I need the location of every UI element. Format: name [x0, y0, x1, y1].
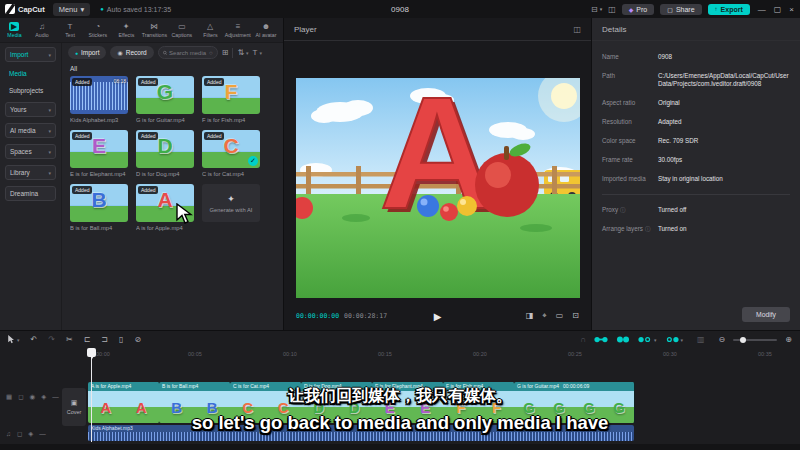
search-scope-icon[interactable]: ○ — [209, 50, 213, 56]
sidebar-item-import[interactable]: Import▾ — [5, 47, 56, 62]
preview-canvas[interactable]: A A — [296, 78, 580, 298]
detail-row-name: Name0908 — [602, 53, 790, 61]
sidebar-item-dreamina[interactable]: Dreamina — [5, 186, 56, 201]
chevron-down-icon: ▾ — [246, 50, 249, 56]
transitions-icon: ⋈ — [150, 22, 158, 31]
duration-label: 08:18 — [113, 78, 126, 84]
menu-button[interactable]: Menu ▾ — [53, 3, 91, 16]
section-label-all[interactable]: All — [70, 65, 283, 72]
maximize-button[interactable]: ▢ — [774, 5, 782, 14]
minimize-button[interactable]: — — [758, 5, 766, 14]
record-icon: ◉ — [117, 49, 122, 56]
video-thumbnail: D Added — [136, 130, 194, 168]
tab-adjustment[interactable]: ≡Adjustment — [224, 22, 252, 38]
pro-button[interactable]: ◆ Pro — [622, 4, 655, 15]
tab-text[interactable]: TText — [56, 22, 84, 38]
added-badge: Added — [138, 132, 158, 140]
media-sidebar: Import▾ Media Subprojects Yours▾ AI medi… — [0, 43, 62, 330]
media-toolbar: ● Import ◉ Record ○ ⊞ ⇅ ▾ — [62, 43, 283, 61]
timeline-scroll-strip[interactable] — [0, 444, 800, 450]
media-tile-audio[interactable]: Added 08:18 Kids Alphabet.mp3 — [70, 76, 128, 123]
app-name: CapCut — [18, 5, 45, 14]
added-badge: Added — [72, 186, 92, 194]
capcut-window: CapCut Menu ▾ ● Auto saved 13:17:35 0908… — [0, 0, 800, 450]
add-to-timeline-icon[interactable]: ✓ — [248, 156, 258, 166]
media-name: G is for Guitar.mp4 — [136, 117, 194, 123]
effects-icon: ✦ — [123, 22, 130, 31]
close-button[interactable]: × — [789, 5, 794, 14]
media-tile-video[interactable]: C Added ✓ C is for Cat.mp4 — [202, 130, 260, 177]
tab-stickers[interactable]: ◔Stickers — [84, 22, 112, 38]
filters-icon: △ — [207, 22, 213, 31]
layout-toggle-icon[interactable]: ⊟ — [591, 5, 598, 14]
search-box[interactable]: ○ — [158, 46, 218, 59]
type-filter-icon[interactable]: T — [253, 48, 258, 57]
panel-layout-icon[interactable]: ◫ — [608, 5, 616, 14]
export-icon: ↑ — [715, 6, 718, 12]
modify-button[interactable]: Modify — [742, 307, 790, 322]
generate-with-ai-tile[interactable]: ✦ Generate with AI — [202, 184, 260, 231]
preview-frame: A A — [296, 78, 580, 298]
fullscreen-icon[interactable]: ⊡ — [572, 311, 579, 321]
tab-ai-avatar[interactable]: ☻AI avatar — [252, 22, 280, 38]
tab-media[interactable]: ▶Media — [0, 22, 28, 38]
media-tile-video[interactable]: F Added F is for Fish.mp4 — [202, 76, 260, 123]
tab-audio[interactable]: ♫Audio — [28, 22, 56, 38]
media-library-panel: ▶Media ♫Audio TText ◔Stickers ✦Effects ⋈… — [0, 18, 283, 330]
media-tile-video[interactable]: D Added D is for Dog.mp4 — [136, 130, 194, 177]
sort-icon[interactable]: ⇅ — [237, 48, 244, 57]
search-input[interactable] — [169, 50, 207, 56]
divider — [602, 194, 790, 195]
captions-icon: ▭ — [178, 22, 186, 31]
video-thumbnail: C Added ✓ — [202, 130, 260, 168]
capcut-logo-icon — [5, 4, 15, 14]
player-header-label: Player — [294, 25, 317, 34]
media-name: F is for Fish.mp4 — [202, 117, 260, 123]
player-display-mode-icon[interactable]: ◫ — [573, 25, 581, 34]
info-icon[interactable]: ⓘ — [645, 226, 651, 232]
search-icon — [163, 50, 167, 56]
grid-view-icon[interactable]: ⊞ — [222, 48, 229, 57]
chevron-down-icon: ▾ — [48, 128, 51, 134]
sidebar-item-ai-media[interactable]: AI media▾ — [5, 123, 56, 138]
detail-row-color-space: Color spaceRec. 709 SDR — [602, 137, 790, 145]
capcut-logo: CapCut — [5, 4, 45, 14]
chevron-down-icon: ▾ — [48, 107, 51, 113]
chevron-down-icon: ▾ — [259, 50, 262, 56]
tab-effects[interactable]: ✦Effects — [112, 22, 140, 38]
export-button[interactable]: ↑ Export — [708, 4, 750, 15]
sidebar-item-yours[interactable]: Yours▾ — [5, 102, 56, 117]
sidebar-item-library[interactable]: Library▾ — [5, 165, 56, 180]
video-thumbnail: B Added — [70, 184, 128, 222]
chevron-down-icon: ▾ — [48, 52, 51, 58]
import-button[interactable]: ● Import — [68, 46, 106, 59]
tab-transitions[interactable]: ⋈Transitions — [140, 22, 168, 38]
sidebar-item-media[interactable]: Media — [5, 68, 56, 79]
sidebar-item-spaces[interactable]: Spaces▾ — [5, 144, 56, 159]
video-thumbnail: G Added — [136, 76, 194, 114]
info-icon[interactable]: ⓘ — [620, 207, 626, 213]
detail-row-aspect-ratio: Aspect ratioOriginal — [602, 99, 790, 107]
media-grid-panel: ● Import ◉ Record ○ ⊞ ⇅ ▾ — [62, 43, 283, 330]
share-button[interactable]: ▢ Share — [660, 4, 701, 15]
text-icon: T — [68, 22, 73, 31]
playhead-handle[interactable] — [87, 348, 96, 357]
media-name: C is for Cat.mp4 — [202, 171, 260, 177]
media-tile-video[interactable]: E Added E is for Elephant.mp4 — [70, 130, 128, 177]
added-badge: Added — [138, 186, 158, 194]
chevron-down-icon[interactable]: ▾ — [600, 6, 603, 12]
share-icon: ▢ — [667, 6, 673, 13]
full-view-icon[interactable]: ⌖ — [542, 311, 547, 321]
sidebar-item-subprojects[interactable]: Subprojects — [5, 85, 56, 96]
details-header-label: Details — [602, 25, 626, 34]
ratio-icon[interactable]: ▭ — [556, 311, 564, 321]
added-badge: Added — [204, 78, 224, 86]
media-tile-video[interactable]: G Added G is for Guitar.mp4 — [136, 76, 194, 123]
mirror-preview-icon[interactable]: ◨ — [526, 311, 534, 321]
media-tile-video[interactable]: B Added B is for Ball.mp4 — [70, 184, 128, 231]
player-controls: 00:00:00:00 00:00:28:17 ▶ ◨ ⌖ ▭ ⊡ — [284, 302, 591, 330]
media-name: Kids Alphabet.mp3 — [70, 117, 128, 123]
record-button[interactable]: ◉ Record — [110, 46, 153, 59]
tab-filters[interactable]: △Filters — [196, 22, 224, 38]
tab-captions[interactable]: ▭Captions — [168, 22, 196, 38]
